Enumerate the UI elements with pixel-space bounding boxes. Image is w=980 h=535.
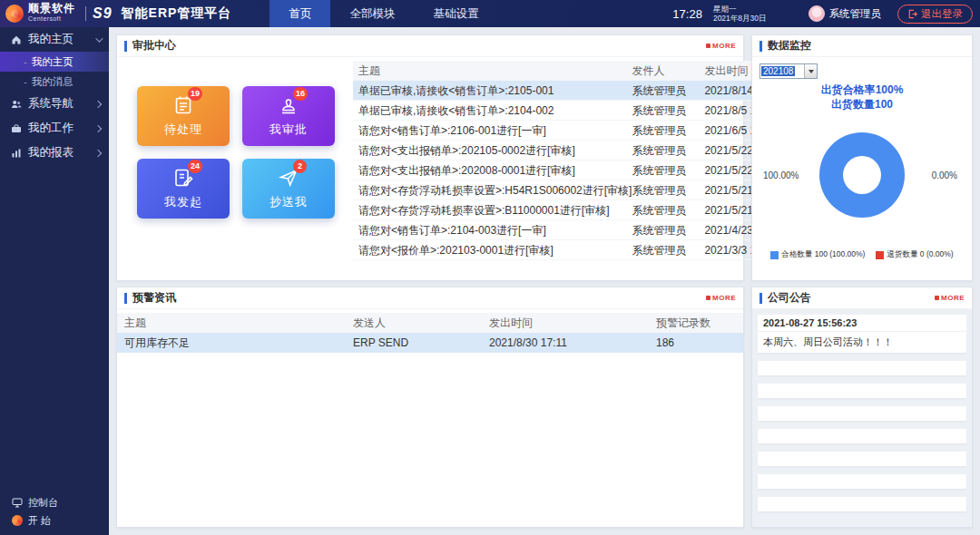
brand-logo: 顺景软件 Centersoft	[0, 4, 83, 24]
period-select[interactable]: 202108	[760, 63, 818, 79]
announcement-empty-row	[758, 429, 966, 443]
paper-plane-icon: 2	[278, 167, 299, 189]
table-row[interactable]: 请您对<支出报销单>:202105-0002进行[审核]系统管理员2021/5/…	[353, 141, 793, 160]
user-avatar[interactable]	[808, 5, 825, 22]
panel-title: 预警资讯	[132, 290, 176, 306]
logout-label: 退出登录	[921, 7, 963, 21]
home-icon	[11, 34, 22, 45]
console-icon	[12, 497, 23, 508]
sidebar-group-label: 我的工作	[28, 121, 74, 136]
legend-swatch-red	[876, 251, 884, 259]
tile-label: 抄送我	[270, 194, 308, 210]
briefcase-icon	[11, 123, 22, 134]
panel-header: 预警资讯 MORE	[117, 287, 743, 309]
title-bar-accent	[760, 41, 762, 52]
tile-my-approvals[interactable]: 16 我审批	[242, 86, 335, 146]
table-row[interactable]: 请您对<销售订单>:2106-001进行[一审]系统管理员2021/6/5 14…	[353, 121, 793, 141]
table-row[interactable]: 请您对<销售订单>:2104-003进行[一审]系统管理员2021/4/23 1…	[353, 220, 793, 240]
chevron-right-icon	[94, 100, 102, 107]
announcement-empty-row	[758, 361, 966, 375]
sidebar-group-system-nav[interactable]: 系统导航	[0, 92, 109, 116]
announce-more-link[interactable]: MORE	[935, 294, 965, 302]
table-row[interactable]: 单据已审核,请接收<销售订单>:2105-001系统管理员2021/8/14 1…	[353, 81, 793, 101]
sidebar-group-label: 我的报表	[28, 145, 74, 160]
table-row[interactable]: 单据已审核,请接收<销售订单>:2104-002系统管理员2021/8/5 16…	[353, 101, 793, 121]
badge-count: 24	[188, 160, 202, 173]
legend-swatch-blue	[770, 251, 779, 259]
nav-tab-basic-settings[interactable]: 基础设置	[414, 0, 497, 27]
tile-label: 我发起	[164, 194, 202, 210]
tile-label: 待处理	[164, 122, 202, 138]
legend-qualified: 合格数量 100 (100.00%)	[770, 249, 865, 260]
title-bar-accent	[760, 293, 762, 304]
sidebar-group-my-reports[interactable]: 我的报表	[0, 141, 109, 165]
logout-button[interactable]: 退出登录	[897, 5, 973, 24]
username-label: 系统管理员	[829, 7, 882, 21]
edit-document-icon: 24	[172, 167, 194, 189]
sidebar-item-label: 我的消息	[32, 76, 74, 87]
pass-rate-label: 出货合格率100%	[752, 83, 972, 97]
nav-tab-all-modules[interactable]: 全部模块	[330, 0, 414, 27]
sidebar-item-label: 我的主页	[32, 56, 74, 67]
announcement-item[interactable]: 本周六、周日公司活动！！！	[758, 332, 966, 353]
todo-icon: 19	[172, 94, 194, 116]
panel-header: 审批中心 MORE	[117, 35, 743, 57]
table-row[interactable]: 请您对<报价单>:202103-0001进行[审核]系统管理员2021/3/3 …	[353, 240, 793, 260]
tile-initiated-by-me[interactable]: 24 我发起	[137, 159, 230, 219]
approval-table: 主题 发件人 发出时间 单据已审核,请接收<销售订单>:2105-001系统管理…	[353, 61, 793, 280]
legend-returns: 退货数量 0 (0.00%)	[876, 249, 953, 260]
divider	[85, 6, 86, 21]
warning-more-link[interactable]: MORE	[706, 294, 736, 302]
sidebar-group-my-work[interactable]: 我的工作	[0, 116, 109, 141]
weekday-label: 星期一	[713, 5, 767, 14]
console-label: 控制台	[28, 496, 58, 510]
app-title: 智能ERP管理平台	[122, 5, 232, 22]
sidebar: 我的主页 我的主页 我的消息 系统导航 我的工作 我的报表 控制台 开 始	[0, 27, 109, 535]
panel-title: 审批中心	[132, 38, 176, 54]
approval-tiles: 19 待处理 16 我审批 24 我发起	[117, 57, 346, 280]
donut-chart-area: 100.00% 0.00%	[752, 113, 972, 237]
panel-header: 公司公告 MORE	[752, 287, 972, 309]
col-sent-time: 发出时间	[489, 313, 643, 333]
brand-name: 顺景软件	[28, 4, 75, 14]
warning-info-panel: 预警资讯 MORE 主题 发送人 发出时间 预警记录数 可用库存不足 ERP S…	[116, 287, 744, 528]
donut-chart	[819, 132, 905, 218]
panel-title: 数据监控	[768, 38, 811, 54]
table-row[interactable]: 请您对<存货浮动耗损率设置>:H54R1S006002进行[审核]系统管理员20…	[353, 180, 793, 200]
sidebar-group-label: 我的主页	[28, 32, 74, 47]
start-icon	[12, 515, 23, 526]
monitor-stats: 出货合格率100% 出货数量100	[752, 83, 972, 112]
ship-qty-label: 出货数量100	[752, 97, 972, 112]
console-button[interactable]: 控制台	[0, 493, 109, 511]
announcements-panel: 公司公告 MORE 2021-08-27 15:56:23 本周六、周日公司活动…	[751, 287, 973, 528]
clock: 17:28	[672, 7, 702, 21]
date-label: 2021年8月30日	[713, 14, 767, 23]
table-row[interactable]: 请您对<支出报销单>:202008-0001进行[审核]系统管理员2021/5/…	[353, 160, 793, 180]
chevron-right-icon	[94, 149, 102, 156]
chart-legend: 合格数量 100 (100.00%) 退货数量 0 (0.00%)	[752, 249, 972, 260]
start-button[interactable]: 开 始	[0, 511, 109, 530]
badge-count: 16	[293, 87, 308, 101]
sidebar-footer: 控制台 开 始	[0, 493, 109, 530]
nav-tab-home[interactable]: 首页	[270, 0, 330, 27]
sidebar-item-my-messages[interactable]: 我的消息	[0, 72, 109, 92]
period-value: 202108	[761, 66, 795, 76]
table-row[interactable]: 可用库存不足 ERP SEND 2021/8/30 17:11 186	[117, 333, 743, 353]
table-header: 主题 发送人 发出时间 预警记录数	[117, 313, 743, 333]
sidebar-item-my-home[interactable]: 我的主页	[0, 52, 109, 72]
sidebar-group-my-home[interactable]: 我的主页	[0, 27, 109, 52]
col-sender: 发送人	[353, 313, 489, 333]
tile-cc-me[interactable]: 2 抄送我	[242, 159, 335, 219]
col-subject: 主题	[117, 313, 353, 333]
chevron-down-icon	[95, 34, 103, 42]
col-sender: 发件人	[632, 61, 704, 81]
approval-more-link[interactable]: MORE	[706, 42, 736, 50]
table-header: 主题 发件人 发出时间	[353, 61, 793, 81]
users-icon	[11, 99, 22, 110]
table-row[interactable]: 请您对<存货浮动耗损率设置>:B11000001进行[审核]系统管理员2021/…	[353, 200, 793, 220]
main-content: 审批中心 MORE 19 待处理 16 我审批	[109, 27, 980, 535]
product-logo: S9	[93, 5, 113, 22]
tile-pending[interactable]: 19 待处理	[137, 86, 230, 146]
bar-chart-icon	[11, 148, 22, 159]
data-monitor-panel: 数据监控 202108 出货合格率100% 出货数量100 100.00% 0.…	[751, 34, 973, 281]
